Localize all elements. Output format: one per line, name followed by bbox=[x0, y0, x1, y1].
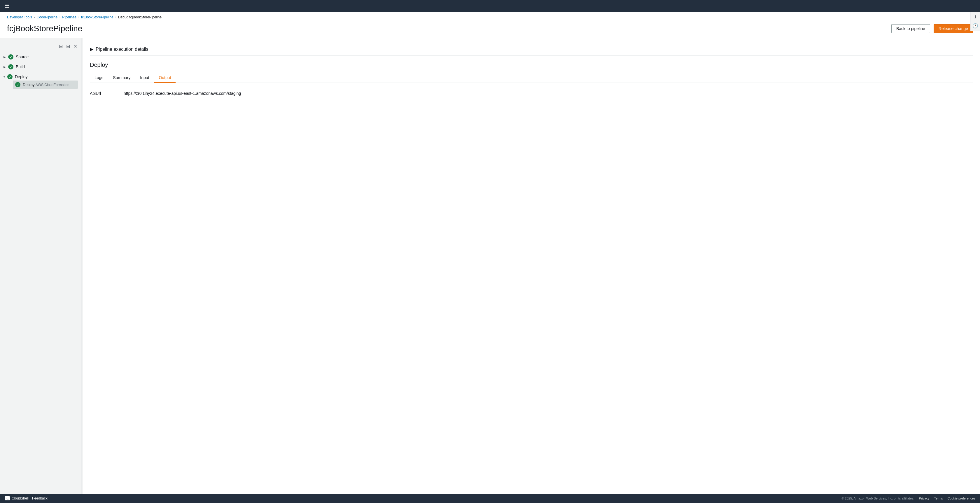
tab-input[interactable]: Input bbox=[135, 73, 154, 83]
collapse-all-icon[interactable]: ⊟ bbox=[65, 43, 71, 49]
tab-summary[interactable]: Summary bbox=[108, 73, 135, 83]
breadcrumb-separator-3: › bbox=[78, 15, 80, 19]
main-layout: Developer Tools › CodePipeline › Pipelin… bbox=[0, 12, 980, 493]
output-key: ApiUrl bbox=[90, 91, 119, 96]
deploy-stage-name: Deploy bbox=[15, 75, 28, 79]
deploy-sub-provider: AWS CloudFormation bbox=[36, 83, 69, 87]
source-expand-icon: ▶ bbox=[3, 56, 6, 59]
cookie-preferences-link[interactable]: Cookie preferences bbox=[948, 497, 975, 500]
breadcrumb-developer-tools[interactable]: Developer Tools bbox=[7, 15, 32, 19]
breadcrumb-separator-2: › bbox=[59, 15, 60, 19]
page-title: fcjBookStorePipeline bbox=[7, 24, 82, 33]
execution-details-title: Pipeline execution details bbox=[95, 47, 148, 52]
main-content: ▶ Pipeline execution details Deploy Logs… bbox=[83, 38, 980, 493]
execution-details-section: ▶ Pipeline execution details bbox=[90, 44, 973, 56]
deploy-cloudformation-item[interactable]: Deploy AWS CloudFormation bbox=[13, 81, 78, 89]
deploy-sub-item-label: Deploy AWS CloudFormation bbox=[23, 83, 69, 87]
sidebar-toolbar: ⊟ ⊟ ✕ bbox=[0, 42, 81, 52]
source-stage-name: Source bbox=[16, 54, 29, 59]
feedback-button[interactable]: Feedback bbox=[32, 496, 48, 500]
close-icon[interactable]: ✕ bbox=[73, 43, 78, 49]
source-status-icon bbox=[8, 54, 13, 59]
filter-icon[interactable]: ⊟ bbox=[58, 43, 63, 49]
top-nav-bar: ☰ bbox=[0, 0, 980, 12]
bottom-left: >_ CloudShell Feedback bbox=[5, 496, 48, 500]
deploy-section: Deploy Logs Summary Input Output ApiUrl … bbox=[90, 62, 973, 99]
build-stage-name: Build bbox=[16, 64, 25, 69]
title-actions: Back to pipeline Release change bbox=[891, 24, 973, 33]
breadcrumb-separator-4: › bbox=[115, 15, 116, 19]
cloudshell-label: CloudShell bbox=[12, 496, 29, 500]
stage-deploy-header[interactable]: ▾ Deploy bbox=[3, 73, 78, 81]
stage-build: ▶ Build bbox=[0, 62, 81, 72]
stage-deploy: ▾ Deploy Deploy AWS CloudFormation bbox=[0, 72, 81, 90]
bottom-bar: >_ CloudShell Feedback © 2025, Amazon We… bbox=[0, 493, 980, 503]
build-expand-icon: ▶ bbox=[3, 65, 6, 68]
output-row: ApiUrl https://zr0i1ihy24.execute-api.us… bbox=[90, 88, 973, 99]
deploy-sub-name: Deploy bbox=[23, 83, 34, 87]
breadcrumb-pipeline-name[interactable]: fcjBookStorePipeline bbox=[81, 15, 113, 19]
hamburger-icon[interactable]: ☰ bbox=[5, 3, 10, 9]
bottom-right: © 2025, Amazon Web Services, Inc. or its… bbox=[842, 497, 975, 500]
title-row: fcjBookStorePipeline Back to pipeline Re… bbox=[7, 22, 973, 38]
release-change-button[interactable]: Release change bbox=[934, 24, 973, 33]
cloudshell-icon: >_ bbox=[5, 496, 10, 500]
breadcrumb: Developer Tools › CodePipeline › Pipelin… bbox=[7, 12, 973, 22]
stage-build-header[interactable]: ▶ Build bbox=[3, 63, 78, 71]
tab-logs[interactable]: Logs bbox=[90, 73, 108, 83]
terms-link[interactable]: Terms bbox=[934, 497, 943, 500]
deploy-section-title: Deploy bbox=[90, 62, 973, 68]
page-header: Developer Tools › CodePipeline › Pipelin… bbox=[0, 12, 980, 38]
execution-details-expand-icon: ▶ bbox=[90, 46, 93, 52]
deploy-expand-icon: ▾ bbox=[3, 75, 5, 78]
breadcrumb-pipelines[interactable]: Pipelines bbox=[62, 15, 76, 19]
breadcrumb-codepipeline[interactable]: CodePipeline bbox=[37, 15, 57, 19]
stage-source: ▶ Source bbox=[0, 52, 81, 62]
breadcrumb-current: Debug fcjBookStorePipeline bbox=[118, 15, 162, 19]
stage-source-header[interactable]: ▶ Source bbox=[3, 53, 78, 60]
back-to-pipeline-button[interactable]: Back to pipeline bbox=[891, 24, 930, 33]
privacy-link[interactable]: Privacy bbox=[919, 497, 929, 500]
deploy-sub-items: Deploy AWS CloudFormation bbox=[3, 81, 78, 89]
build-status-icon bbox=[8, 64, 13, 70]
tabs-container: Logs Summary Input Output bbox=[90, 73, 973, 83]
content-area: ⊟ ⊟ ✕ ▶ Source ▶ Build bbox=[0, 38, 980, 493]
sidebar: ⊟ ⊟ ✕ ▶ Source ▶ Build bbox=[0, 38, 82, 493]
cloudshell-button[interactable]: >_ CloudShell bbox=[5, 496, 29, 500]
copyright-text: © 2025, Amazon Web Services, Inc. or its… bbox=[842, 497, 914, 500]
execution-details-header[interactable]: ▶ Pipeline execution details bbox=[90, 44, 973, 56]
tab-output[interactable]: Output bbox=[154, 73, 176, 83]
deploy-sub-status-icon bbox=[15, 82, 21, 87]
output-value: https://zr0i1ihy24.execute-api.us-east-1… bbox=[124, 91, 241, 96]
deploy-status-icon bbox=[7, 74, 13, 80]
breadcrumb-separator-1: › bbox=[34, 15, 35, 19]
